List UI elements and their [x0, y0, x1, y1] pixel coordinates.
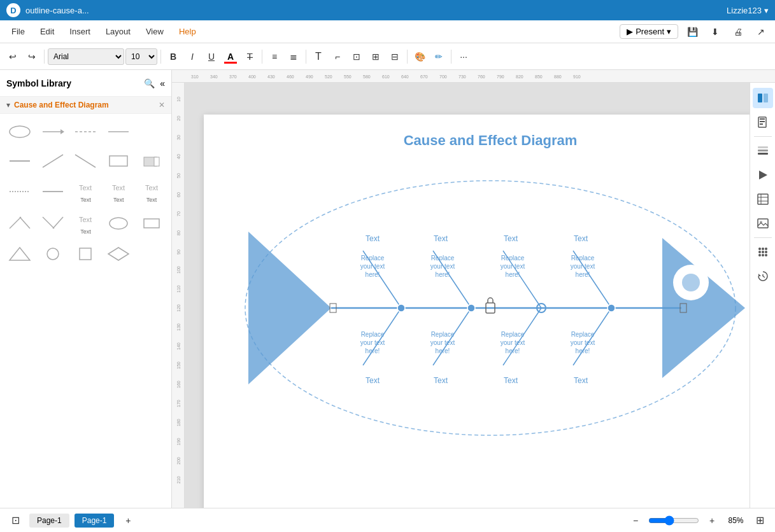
svg-text:Text: Text: [434, 376, 448, 385]
menu-view[interactable]: View: [139, 24, 170, 39]
format-panel-button[interactable]: [753, 88, 773, 108]
svg-rect-129: [760, 121, 765, 122]
font-size-select[interactable]: 10: [125, 48, 157, 65]
shape-h-line2[interactable]: [5, 178, 34, 206]
page-1-active-tab[interactable]: Page-1: [75, 514, 115, 528]
download-button[interactable]: ⬇: [706, 23, 724, 41]
shape-diagonal[interactable]: [38, 148, 68, 174]
svg-text:here!: here!: [506, 347, 520, 354]
menu-edit[interactable]: Edit: [34, 24, 60, 39]
sidebar-section-header[interactable]: ▾ Cause and Effect Diagram ✕: [0, 97, 171, 114]
shape-line-arrow[interactable]: [38, 119, 68, 144]
align-distribute-button[interactable]: ⊞: [367, 48, 385, 66]
strikethrough-button[interactable]: T̶: [241, 48, 259, 66]
shape-ellipse2[interactable]: [104, 209, 133, 237]
svg-rect-22: [144, 219, 159, 228]
user-chevron[interactable]: ▾: [764, 6, 769, 15]
present-panel-button[interactable]: [753, 165, 773, 185]
svg-text:Replace: Replace: [361, 255, 385, 262]
bold-button[interactable]: B: [164, 48, 182, 66]
pages-panel-button[interactable]: [753, 112, 773, 132]
shape-triangle[interactable]: [5, 241, 34, 267]
shape-text1-label: Text: [80, 197, 91, 203]
svg-text:Text: Text: [112, 184, 125, 192]
font-color-icon: A: [227, 52, 234, 62]
print-button[interactable]: 🖨: [729, 23, 747, 41]
shape-rect-outline[interactable]: [104, 148, 133, 174]
svg-text:10: 10: [176, 97, 181, 102]
add-page-button[interactable]: +: [119, 512, 137, 529]
menu-insert[interactable]: Insert: [63, 24, 97, 39]
fill-color-button[interactable]: 🎨: [411, 48, 429, 66]
shape-dashed-line[interactable]: [71, 119, 101, 144]
group-button[interactable]: ⊡: [348, 48, 366, 66]
shape-diamond[interactable]: [104, 241, 133, 267]
shape-text1[interactable]: Text Text: [71, 178, 101, 206]
collapse-icon[interactable]: «: [160, 78, 165, 88]
page-1-tab[interactable]: Page-1: [29, 514, 69, 528]
zoom-in-button[interactable]: +: [703, 512, 721, 529]
search-icon[interactable]: 🔍: [144, 78, 155, 88]
svg-text:Replace: Replace: [431, 255, 455, 262]
shape-diagonal4[interactable]: [38, 209, 68, 237]
zoom-slider[interactable]: [648, 515, 699, 526]
font-color-button[interactable]: A: [222, 48, 239, 66]
shape-square[interactable]: [71, 241, 101, 267]
svg-text:60: 60: [176, 192, 181, 197]
shape-long-line[interactable]: [104, 119, 133, 144]
shape-diagonal2[interactable]: [71, 148, 101, 174]
image-panel-button[interactable]: [753, 213, 773, 234]
menu-help[interactable]: Help: [173, 24, 203, 39]
line-color-button[interactable]: ✏: [430, 48, 448, 66]
history-panel-button[interactable]: [753, 266, 773, 286]
align-options-button[interactable]: ≣: [285, 48, 302, 66]
undo-button[interactable]: ↩: [4, 48, 22, 66]
shape-ellipse[interactable]: [5, 119, 34, 144]
shape-eraser[interactable]: [137, 148, 166, 174]
svg-text:520: 520: [325, 74, 332, 79]
layers-panel-button[interactable]: [753, 141, 773, 161]
text-style-button[interactable]: T: [309, 48, 327, 66]
section-collapse-icon: ▾: [6, 101, 10, 109]
svg-text:your text: your text: [571, 263, 595, 270]
fit-page-button[interactable]: ⊞: [751, 512, 769, 529]
redo-button[interactable]: ↪: [23, 48, 41, 66]
shape-text4[interactable]: Text Text: [71, 209, 101, 237]
shape-h-line3[interactable]: [38, 178, 68, 206]
svg-text:Text: Text: [79, 216, 92, 223]
sidebar: Symbol Library 🔍 « ▾ Cause and Effect Di…: [0, 70, 172, 508]
italic-button[interactable]: I: [183, 48, 201, 66]
table-button[interactable]: ⊟: [386, 48, 404, 66]
svg-text:310: 310: [191, 74, 199, 79]
underline-button[interactable]: U: [203, 48, 220, 66]
page-options-button[interactable]: ⊡: [6, 512, 24, 529]
data-panel-button[interactable]: [753, 189, 773, 209]
font-family-select[interactable]: Arial: [48, 48, 124, 65]
svg-rect-25: [80, 248, 91, 260]
align-button[interactable]: ≡: [266, 48, 283, 66]
section-close-icon[interactable]: ✕: [159, 101, 165, 109]
shape-rect2[interactable]: [137, 209, 166, 237]
present-button[interactable]: ▶ Present ▾: [620, 24, 678, 39]
more-options-button[interactable]: ···: [455, 48, 473, 66]
share-button[interactable]: ↗: [752, 23, 770, 41]
menu-layout[interactable]: Layout: [99, 24, 137, 39]
shape-text3[interactable]: Text Text: [137, 178, 166, 206]
sidebar-header: Symbol Library 🔍 «: [0, 70, 171, 97]
shape-text2[interactable]: Text Text: [104, 178, 133, 206]
app-logo: D: [6, 3, 20, 17]
shape-diagonal3[interactable]: [5, 209, 34, 237]
shape-style-button[interactable]: ⌐: [329, 48, 346, 66]
grid-panel-button[interactable]: [753, 242, 773, 262]
shape-circle[interactable]: [38, 241, 68, 267]
svg-rect-131: [758, 153, 768, 155]
svg-line-152: [763, 276, 765, 277]
svg-marker-74: [662, 238, 745, 378]
shape-h-line[interactable]: [5, 148, 34, 174]
shape-blank[interactable]: [137, 119, 166, 144]
zoom-out-button[interactable]: −: [627, 512, 644, 529]
menu-file[interactable]: File: [5, 24, 31, 39]
canvas-content[interactable]: Cause and Effect Diagram: [185, 83, 750, 508]
save-button[interactable]: 💾: [683, 23, 701, 41]
svg-text:Replace: Replace: [501, 331, 525, 338]
